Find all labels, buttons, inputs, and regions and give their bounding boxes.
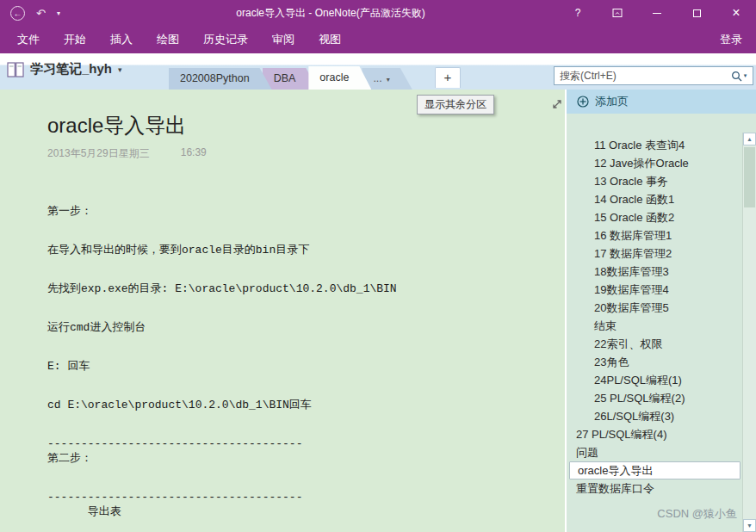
page-list-item[interactable]: 16 数据库管理1 [567,226,756,244]
menu-item[interactable]: 插入 [98,26,145,53]
search-icon [731,71,742,82]
expand-icon[interactable] [551,98,565,112]
page-list: 11 Oracle 表查询412 Jave操作Oracle13 Oracle 事… [567,114,756,498]
page-list-item[interactable]: 18数据库管理3 [567,263,756,281]
search-button[interactable]: ▾ [725,67,753,84]
add-page-button[interactable]: 添加页 [567,90,756,114]
menu-item[interactable]: 文件 [5,26,52,53]
window-title: oracle导入导出 - OneNote(产品激活失败) [103,6,558,21]
section-tabs: 202008PythonDBAoracle... [169,66,403,90]
body-line: 第二步： [47,451,565,466]
page-body: 第一步：在导入和导出的时候，要到oracle目录的bin目录下先找到exp.ex… [47,204,565,519]
sign-in-button[interactable]: 登录 [706,32,756,47]
minimize-icon [653,13,661,14]
quick-access-toolbar: ← ↶ ▾ [0,6,103,21]
undo-icon[interactable]: ↶ [36,7,46,20]
notebook-selector[interactable]: 学习笔记_hyh ▾ [7,61,122,77]
close-button[interactable]: × [716,0,756,26]
quick-access-dropdown-icon[interactable]: ▾ [57,9,60,17]
page-list-item[interactable]: 24PL/SQL编程(1) [567,371,756,389]
section-tab[interactable]: 202008Python [169,68,272,90]
menu-item[interactable]: 开始 [52,26,98,53]
back-icon[interactable]: ← [10,6,25,21]
page-list-item[interactable]: 19数据库管理4 [567,281,756,299]
page-time: 16:39 [181,146,207,161]
body-line: 第一步： [47,204,565,219]
plus-circle-icon [577,96,589,108]
page-canvas[interactable]: oracle导入导出 2013年5月29日星期三 16:39 第一步：在导入和导… [0,90,565,532]
maximize-button[interactable] [677,0,716,26]
menubar: 文件开始插入绘图历史记录审阅视图 登录 [0,26,756,53]
add-page-label: 添加页 [595,94,629,109]
notebook-icon [7,62,24,77]
page-list-item[interactable]: 13 Oracle 事务 [567,172,756,190]
watermark: CSDN @猿小鱼 [657,506,737,522]
page-list-item[interactable]: 11 Oracle 表查询4 [567,136,756,154]
page-list-item[interactable]: 27 PL/SQL编程(4) [567,425,756,443]
page-list-item[interactable]: 20数据库管理5 [567,299,756,317]
body-line: cd E:\oracle\product\10.2.0\db_1\BIN回车 [47,398,565,412]
scrollbar-thumb[interactable] [744,147,755,207]
maximize-icon [693,9,701,17]
body-line: 导出表 [47,504,565,519]
page-list-item[interactable]: 17 数据库管理2 [567,244,756,263]
page-date: 2013年5月29日星期三 [47,146,150,161]
page-list-item[interactable]: 重置数据库口令 [567,479,756,498]
tooltip-show-other-sections: 显示其余分区 [417,95,494,114]
page-list-item[interactable]: oracle导入导出 [569,461,741,479]
scroll-up-icon[interactable]: ▲ [743,133,756,145]
body-line: 运行cmd进入控制台 [47,320,565,335]
menu-item[interactable]: 审阅 [260,26,307,53]
window-controls: ? × [558,0,756,26]
menu-item[interactable]: 历史记录 [191,26,260,53]
menu-item[interactable]: 视图 [307,26,353,53]
page-list-item[interactable]: 问题 [567,443,756,461]
page-list-item[interactable]: 14 Oracle 函数1 [567,190,756,208]
page-date-row: 2013年5月29日星期三 16:39 [47,146,565,161]
notebook-dropdown-icon: ▾ [118,65,122,74]
body-line: 先找到exp.exe的目录: E:\oracle\product\10.2.0\… [47,281,565,296]
ribbon-display-options-icon [612,8,623,18]
page-list-item[interactable]: 15 Oracle 函数2 [567,208,756,226]
page-list-item[interactable]: 12 Jave操作Oracle [567,154,756,172]
page-title: oracle导入导出 [47,112,565,139]
minimize-button[interactable] [637,0,677,26]
header-strip: 学习笔记_hyh ▾ 202008PythonDBAoracle... + ▾ [0,53,756,90]
page-list-item[interactable]: 23角色 [567,353,756,371]
help-button[interactable]: ? [558,0,598,26]
search-scope-dropdown-icon: ▾ [744,72,747,79]
page-list-item[interactable]: 25 PL/SQL编程(2) [567,389,756,407]
scroll-down-icon[interactable]: ▼ [743,519,756,532]
search-box: ▾ [554,66,753,85]
page-list-item[interactable]: 22索引、权限 [567,335,756,353]
titlebar: ← ↶ ▾ oracle导入导出 - OneNote(产品激活失败) ? × [0,0,756,26]
menu-item[interactable]: 绘图 [145,26,191,53]
ribbon-display-options-button[interactable] [598,0,637,26]
search-input[interactable] [555,70,725,82]
sidebar-scrollbar[interactable]: ▲ ▼ [742,133,756,532]
body-line: 在导入和导出的时候，要到oracle目录的bin目录下 [47,243,565,257]
notebook-name: 学习笔记_hyh [30,61,112,77]
body-line: -------------------------------------- [47,490,565,504]
body-line: -------------------------------------- [47,436,565,451]
new-section-button[interactable]: + [435,67,461,88]
page-list-item[interactable]: 结束 [567,317,756,335]
page-list-item[interactable]: 26L/SQL编程(3) [567,407,756,425]
menu-items: 文件开始插入绘图历史记录审阅视图 [0,26,353,53]
page-sidebar: 添加页 11 Oracle 表查询412 Jave操作Oracle13 Orac… [565,90,756,532]
body-line: E: 回车 [47,359,565,374]
